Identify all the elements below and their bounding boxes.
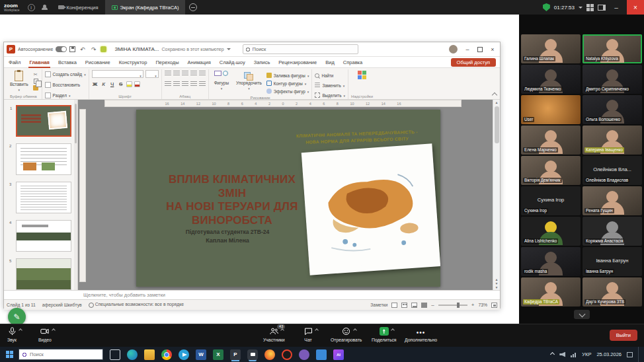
align-left-icon[interactable]: [165, 81, 171, 87]
participant-tile[interactable]: Рената Гущин: [583, 186, 642, 215]
taskbar-icon-edge[interactable]: [127, 349, 138, 360]
zoom-in-icon[interactable]: [471, 302, 475, 308]
tab-slideshow[interactable]: Слайд-шоу: [219, 58, 246, 67]
indent-increase-icon[interactable]: [190, 70, 197, 77]
tab-file[interactable]: Файл: [8, 58, 21, 67]
bold-button[interactable]: Ж: [92, 81, 99, 87]
saved-chevron-icon[interactable]: [227, 48, 231, 50]
account-avatar[interactable]: [449, 45, 458, 54]
tab-help[interactable]: Справка: [342, 58, 363, 67]
replace-button[interactable]: Заменить: [315, 81, 344, 89]
notifications-icon[interactable]: [627, 352, 633, 357]
chat-chevron-icon[interactable]: [315, 328, 319, 332]
strikethrough-button[interactable]: S: [118, 81, 124, 87]
shape-fill-button[interactable]: Заливка фигуры: [266, 71, 309, 79]
participant-tile[interactable]: Alina Lishtchenko: [521, 217, 581, 246]
justify-icon[interactable]: [190, 81, 197, 87]
slideshow-view-icon[interactable]: [421, 303, 427, 308]
slide-thumbnail-5[interactable]: 5: [16, 258, 71, 290]
reset-slide-button[interactable]: Восстановить: [45, 81, 81, 89]
shapes-button[interactable]: Фигуры: [212, 70, 231, 91]
taskbar-icon-opera[interactable]: [282, 349, 292, 360]
tab-review[interactable]: Рецензирование: [278, 58, 317, 67]
paste-button[interactable]: Вставить: [8, 70, 30, 92]
copy-icon[interactable]: [34, 79, 38, 84]
notes-toggle-button[interactable]: Заметки: [370, 303, 387, 307]
notes-bar[interactable]: Щелкните, чтобы добавить заметки: [4, 290, 500, 299]
save-icon[interactable]: [69, 46, 75, 52]
ppt-restore-button[interactable]: [477, 47, 483, 52]
tab-design[interactable]: Конструктор: [118, 58, 148, 67]
participant-tile[interactable]: Катерина Іващенко: [583, 126, 642, 155]
gallery-view-icon[interactable]: [586, 4, 594, 11]
leave-meeting-button[interactable]: Выйти: [610, 330, 637, 341]
scroll-up-icon[interactable]: ▲: [493, 100, 500, 104]
network-icon[interactable]: [571, 352, 577, 357]
numbering-icon[interactable]: [173, 70, 180, 77]
participant-tile[interactable]: Олейніков Вла...Олейніков Владислав: [583, 156, 642, 185]
scroll-participants-chevron[interactable]: [574, 310, 590, 319]
accessibility-status[interactable]: Специальные возможности: все в порядке: [89, 302, 184, 307]
panel-scrollbar[interactable]: [74, 100, 77, 290]
arrange-button[interactable]: Упорядочить: [233, 70, 264, 91]
taskbar-icon-explorer[interactable]: [144, 349, 155, 360]
participant-tile[interactable]: User: [521, 95, 581, 124]
current-slide[interactable]: КЛІМАТИЧНІ АНОМАЛІЇ ТА НЕПЕРЕДБАЧУВАНІСТ…: [136, 110, 440, 287]
italic-button[interactable]: К: [101, 81, 107, 87]
indent-decrease-icon[interactable]: [182, 70, 188, 77]
stop-share-icon[interactable]: [189, 3, 197, 11]
redo-icon[interactable]: ↷: [89, 46, 98, 53]
audio-chevron-icon[interactable]: [19, 328, 22, 332]
tab-record[interactable]: Запись: [253, 58, 271, 67]
annotate-pencil-button[interactable]: [8, 308, 26, 326]
slide-thumbnail-4[interactable]: 4: [16, 220, 71, 252]
speaker-icon[interactable]: [559, 352, 565, 357]
participant-tile[interactable]: rodik masha: [521, 247, 581, 276]
bullets-icon[interactable]: [165, 70, 171, 77]
profile-icon[interactable]: [40, 3, 49, 12]
video-chevron-icon[interactable]: [52, 328, 56, 332]
participant-tile[interactable]: Сухина ІгорСухина Ігор: [521, 186, 581, 215]
participant-tile[interactable]: Дар'я Кучерова 3ТВ: [583, 277, 642, 307]
participant-tile[interactable]: Вікторія Дем'янчик: [521, 156, 581, 185]
find-button[interactable]: Найти: [315, 71, 333, 79]
minimize-button[interactable]: [610, 4, 623, 11]
participant-tile[interactable]: Елена Марченко: [521, 126, 581, 155]
participant-tile-active-speaker[interactable]: Natalya Khlyzova: [583, 34, 642, 63]
audio-button[interactable]: Звук: [7, 326, 17, 342]
taskbar-icon-word[interactable]: W: [196, 349, 206, 360]
slide-thumbnail-1[interactable]: 1: [16, 105, 71, 137]
show-desktop-button[interactable]: [638, 347, 640, 362]
autosave-toggle[interactable]: [56, 46, 67, 52]
slide-scrollbar[interactable]: ▲ ▲▼▼: [493, 100, 500, 290]
fit-to-window-icon[interactable]: [491, 303, 497, 308]
taskbar-icon-taskview[interactable]: [110, 349, 120, 360]
layout-panel-icon[interactable]: [598, 5, 606, 11]
ribbon-collapse-icon[interactable]: [492, 92, 497, 98]
font-color-button[interactable]: [134, 81, 140, 87]
share-screen-button[interactable]: Поделиться: [372, 326, 397, 342]
participant-tile[interactable]: Галина Шлапак: [521, 34, 581, 63]
slide-thumbnail-2[interactable]: 2: [16, 143, 71, 175]
highlight-color-button[interactable]: [126, 81, 132, 87]
align-center-icon[interactable]: [173, 81, 180, 87]
saved-status[interactable]: Сохранено в этот компьютер: [162, 47, 224, 52]
taskbar-icon-ai[interactable]: AI: [333, 349, 344, 360]
normal-view-icon[interactable]: [391, 303, 397, 308]
tab-insert[interactable]: Вставка: [58, 58, 77, 67]
info-icon[interactable]: [28, 4, 35, 11]
cut-icon[interactable]: [32, 71, 39, 77]
tab-draw[interactable]: Рисование: [85, 58, 111, 67]
ppt-minimize-button[interactable]: –: [463, 46, 472, 53]
undo-icon[interactable]: ↶: [78, 46, 87, 53]
participant-tile[interactable]: Іванна БатрунІванна Батрун: [583, 247, 642, 276]
slide-sorter-view-icon[interactable]: [401, 303, 407, 308]
tray-expand-icon[interactable]: [550, 352, 555, 357]
ppt-search-input[interactable]: [243, 44, 358, 54]
taskbar-icon-excel[interactable]: X: [213, 349, 223, 360]
reactions-chevron-icon[interactable]: [353, 328, 357, 332]
line-spacing-icon[interactable]: [199, 70, 206, 77]
prev-next-slide-icons[interactable]: ▲▼▼: [493, 277, 500, 289]
participants-chevron-icon[interactable]: [280, 328, 284, 332]
taskbar-icon-firefox[interactable]: [264, 349, 275, 360]
